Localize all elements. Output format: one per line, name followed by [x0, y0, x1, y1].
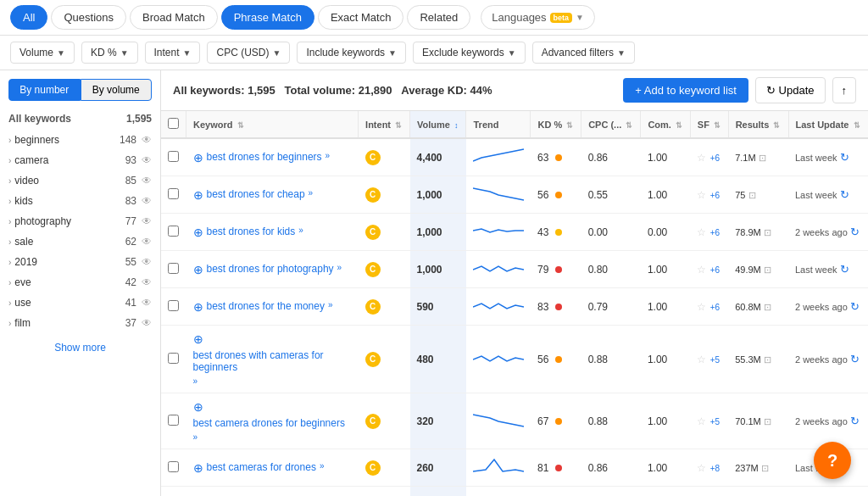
- tab-questions[interactable]: Questions: [51, 5, 126, 30]
- sidebar-item[interactable]: › use 41 👁: [0, 293, 160, 313]
- tab-phrase-match[interactable]: Phrase Match: [221, 5, 314, 30]
- sidebar-item[interactable]: › camera 93 👁: [0, 150, 160, 170]
- star-icon[interactable]: ☆: [697, 415, 706, 427]
- row-checkbox[interactable]: [168, 300, 179, 311]
- row-checkbox[interactable]: [168, 461, 179, 472]
- th-last-update[interactable]: Last Update ⇅: [788, 111, 868, 138]
- th-volume[interactable]: Volume ↕: [410, 111, 466, 138]
- by-number-toggle[interactable]: By number: [8, 79, 81, 101]
- include-keywords-filter[interactable]: Include keywords ▼: [297, 42, 406, 64]
- add-keyword-icon[interactable]: ⊕: [193, 461, 203, 475]
- add-keyword-icon[interactable]: ⊕: [193, 300, 203, 314]
- languages-button[interactable]: Languages beta ▼: [481, 5, 595, 30]
- eye-icon[interactable]: 👁: [142, 317, 152, 329]
- th-cpc[interactable]: CPC (... ⇅: [581, 111, 641, 138]
- eye-icon[interactable]: 👁: [142, 134, 152, 146]
- keyword-link[interactable]: ⊕ best drones for beginners »: [193, 151, 352, 164]
- eye-icon[interactable]: 👁: [142, 297, 152, 309]
- star-icon[interactable]: ☆: [697, 264, 706, 276]
- kd-filter[interactable]: KD % ▼: [81, 42, 138, 64]
- serp-icon[interactable]: ⊡: [764, 227, 771, 237]
- exclude-keywords-filter[interactable]: Exclude keywords ▼: [413, 42, 526, 64]
- tab-related[interactable]: Related: [407, 5, 470, 30]
- add-to-keyword-list-button[interactable]: + Add to keyword list: [623, 78, 748, 103]
- add-keyword-icon[interactable]: ⊕: [193, 263, 203, 276]
- star-icon[interactable]: ☆: [697, 152, 706, 164]
- tab-all[interactable]: All: [10, 5, 47, 30]
- star-icon[interactable]: ☆: [697, 226, 706, 238]
- refresh-icon[interactable]: ↻: [850, 226, 860, 238]
- export-button[interactable]: ↑: [832, 77, 857, 103]
- th-results[interactable]: Results ⇅: [728, 111, 788, 138]
- row-checkbox[interactable]: [168, 188, 179, 199]
- tab-broad-match[interactable]: Broad Match: [130, 5, 218, 30]
- update-button[interactable]: ↻ Update: [755, 77, 826, 103]
- cpc-filter[interactable]: CPC (USD) ▼: [207, 42, 290, 64]
- eye-icon[interactable]: 👁: [142, 276, 152, 288]
- serp-icon[interactable]: ⊡: [764, 265, 771, 275]
- th-sf[interactable]: SF ⇅: [690, 111, 728, 138]
- serp-icon[interactable]: ⊡: [764, 302, 771, 312]
- add-keyword-icon[interactable]: ⊕: [193, 188, 203, 202]
- row-checkbox[interactable]: [168, 415, 179, 426]
- add-keyword-icon[interactable]: ⊕: [193, 400, 203, 414]
- row-checkbox[interactable]: [168, 263, 179, 274]
- sidebar-item[interactable]: › kids 83 👁: [0, 191, 160, 211]
- serp-icon[interactable]: ⊡: [759, 153, 766, 163]
- eye-icon[interactable]: 👁: [142, 215, 152, 227]
- advanced-filters[interactable]: Advanced filters ▼: [532, 42, 635, 64]
- sidebar-item[interactable]: › sale 62 👁: [0, 231, 160, 252]
- intent-filter[interactable]: Intent ▼: [145, 42, 201, 64]
- keyword-link[interactable]: ⊕ best drones with cameras for beginners…: [193, 332, 352, 386]
- star-icon[interactable]: ☆: [697, 354, 706, 365]
- sidebar-item[interactable]: › film 37 👁: [0, 313, 160, 333]
- refresh-icon[interactable]: ↻: [840, 188, 849, 201]
- star-icon[interactable]: ☆: [697, 189, 706, 201]
- serp-icon[interactable]: ⊡: [761, 463, 769, 473]
- row-checkbox[interactable]: [168, 151, 179, 162]
- tab-exact-match[interactable]: Exact Match: [318, 5, 404, 30]
- add-keyword-icon[interactable]: ⊕: [193, 332, 203, 346]
- show-more-button[interactable]: Show more: [0, 333, 160, 362]
- select-all-checkbox[interactable]: [168, 118, 179, 129]
- eye-icon[interactable]: 👁: [142, 236, 152, 248]
- keyword-link[interactable]: ⊕ best drones for the money »: [193, 300, 352, 314]
- th-keyword[interactable]: Keyword ⇅: [186, 111, 359, 138]
- refresh-icon[interactable]: ↻: [840, 151, 849, 164]
- refresh-icon[interactable]: ↻: [850, 300, 860, 313]
- last-update-cell: Last week ↻: [788, 138, 868, 176]
- refresh-icon[interactable]: ↻: [840, 263, 849, 276]
- add-keyword-icon[interactable]: ⊕: [193, 151, 203, 164]
- keyword-link[interactable]: ⊕ best camera drones for beginners »: [193, 400, 352, 442]
- volume-filter[interactable]: Volume ▼: [10, 42, 75, 64]
- sidebar-item[interactable]: › beginners 148 👁: [0, 130, 160, 150]
- eye-icon[interactable]: 👁: [142, 256, 152, 268]
- refresh-icon[interactable]: ↻: [850, 415, 860, 427]
- row-checkbox[interactable]: [168, 353, 179, 364]
- sidebar-item[interactable]: › video 85 👁: [0, 170, 160, 191]
- star-icon[interactable]: ☆: [697, 301, 706, 313]
- th-com[interactable]: Com. ⇅: [641, 111, 690, 138]
- eye-icon[interactable]: 👁: [142, 154, 152, 166]
- by-volume-toggle[interactable]: By volume: [81, 79, 153, 101]
- th-trend[interactable]: Trend: [466, 111, 531, 138]
- sidebar-item[interactable]: › eve 42 👁: [0, 272, 160, 293]
- star-icon[interactable]: ☆: [697, 462, 706, 474]
- keyword-link[interactable]: ⊕ best drones for kids »: [193, 226, 352, 239]
- serp-icon[interactable]: ⊡: [764, 416, 771, 426]
- refresh-icon[interactable]: ↻: [850, 353, 860, 365]
- serp-icon[interactable]: ⊡: [764, 354, 771, 365]
- help-fab[interactable]: ?: [814, 442, 851, 479]
- keyword-link[interactable]: ⊕ best drones for cheap »: [193, 188, 352, 202]
- sidebar-item[interactable]: › 2019 55 👁: [0, 252, 160, 272]
- sidebar-item[interactable]: › photography 77 👁: [0, 211, 160, 231]
- row-checkbox[interactable]: [168, 226, 179, 237]
- eye-icon[interactable]: 👁: [142, 195, 152, 207]
- add-keyword-icon[interactable]: ⊕: [193, 226, 203, 239]
- eye-icon[interactable]: 👁: [142, 175, 152, 187]
- keyword-link[interactable]: ⊕ best drones for photography »: [193, 263, 352, 276]
- th-intent[interactable]: Intent ⇅: [359, 111, 410, 138]
- keyword-link[interactable]: ⊕ best cameras for drones »: [193, 461, 352, 475]
- serp-icon[interactable]: ⊡: [748, 190, 756, 200]
- th-kd[interactable]: KD % ⇅: [531, 111, 581, 138]
